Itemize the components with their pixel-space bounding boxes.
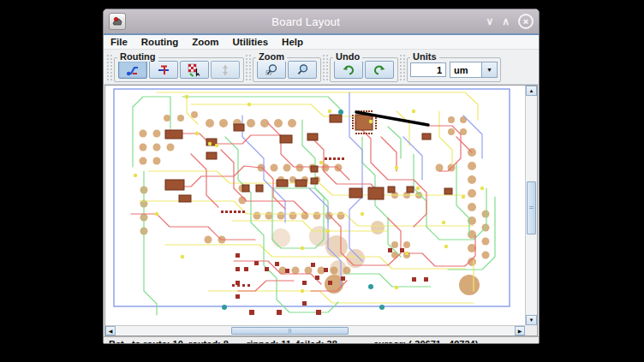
scroll-down-button[interactable]: ▼ xyxy=(526,315,537,325)
horizontal-scrollbar[interactable]: ◀ ▶ xyxy=(105,325,525,335)
interactive-route-icon xyxy=(126,63,140,77)
toolbar: Routing xyxy=(104,50,539,85)
toolbar-grip[interactable] xyxy=(322,54,328,81)
status-bar: Bat...to route: 10, routed: 8, ripped: 1… xyxy=(104,336,539,344)
routing-group-title: Routing xyxy=(117,51,158,62)
menu-utilities[interactable]: Utilities xyxy=(233,37,269,47)
status-ripped-text: ripped: 11, failed: 38 xyxy=(247,339,337,344)
zoom-region-button[interactable] xyxy=(257,61,286,79)
status-cursor-text: cursor: (-30671 , 49724) xyxy=(373,339,478,344)
board-layout-window: Board Layout ∨ ∧ × File Routing Zoom Uti… xyxy=(103,9,540,344)
fanout-icon xyxy=(157,63,170,77)
interactive-route-button[interactable] xyxy=(118,61,147,79)
autoroute-icon xyxy=(188,63,201,77)
routing-group: Routing xyxy=(114,57,244,82)
scroll-right-button[interactable]: ▶ xyxy=(515,326,525,335)
vertical-scrollbar[interactable]: ▲ ▼ xyxy=(525,86,537,325)
scroll-up-button[interactable]: ▲ xyxy=(526,86,537,96)
horizontal-scroll-thumb[interactable] xyxy=(231,327,349,335)
title-bar[interactable]: Board Layout ∨ ∧ × xyxy=(104,9,539,35)
pull-tight-icon xyxy=(218,63,232,77)
undo-group-title: Undo xyxy=(333,51,362,62)
scrollbar-corner xyxy=(525,325,537,335)
units-dropdown[interactable]: um ▼ xyxy=(450,62,498,78)
vertical-scroll-thumb[interactable] xyxy=(527,181,536,234)
units-dropdown-value: um xyxy=(450,62,481,77)
redo-button[interactable] xyxy=(365,61,394,79)
autoroute-button[interactable] xyxy=(180,61,209,79)
menu-help[interactable]: Help xyxy=(282,37,303,47)
pull-tight-button[interactable] xyxy=(211,61,240,79)
menu-file[interactable]: File xyxy=(110,37,128,47)
units-group: Units um ▼ xyxy=(407,57,501,82)
toolbar-grip[interactable] xyxy=(399,54,405,81)
fanout-button[interactable] xyxy=(149,61,178,79)
menu-bar: File Routing Zoom Utilities Help xyxy=(104,35,539,50)
app-icon xyxy=(109,13,126,30)
board-viewport: ▲ ▼ ◀ ▶ xyxy=(104,85,538,336)
menu-routing[interactable]: Routing xyxy=(141,37,178,47)
undo-icon xyxy=(342,63,355,77)
window-title: Board Layout xyxy=(126,15,486,28)
undo-group: Undo xyxy=(330,57,398,82)
menu-zoom[interactable]: Zoom xyxy=(192,37,218,47)
redo-icon xyxy=(373,63,386,77)
close-button[interactable]: × xyxy=(518,14,534,29)
chevron-down-icon[interactable]: ▼ xyxy=(481,62,497,77)
zoom-group-title: Zoom xyxy=(256,51,287,62)
board-svg xyxy=(105,86,518,325)
maximize-button[interactable]: ∧ xyxy=(502,16,510,27)
minimize-button[interactable]: ∨ xyxy=(486,16,493,27)
scroll-left-button[interactable]: ◀ xyxy=(105,326,116,335)
zoom-region-icon xyxy=(265,63,278,77)
zoom-frame-icon xyxy=(295,63,309,77)
units-group-title: Units xyxy=(410,51,439,62)
toolbar-grip[interactable] xyxy=(106,54,112,81)
app-icon-glyph xyxy=(111,15,123,27)
board-canvas[interactable] xyxy=(105,86,525,325)
toolbar-grip[interactable] xyxy=(245,54,251,81)
undo-button[interactable] xyxy=(334,61,363,79)
zoom-frame-button[interactable] xyxy=(288,61,317,79)
status-batch-text: Bat...to route: 10, routed: 8, xyxy=(109,339,231,344)
zoom-group: Zoom xyxy=(253,57,321,82)
desktop-background: Board Layout ∨ ∧ × File Routing Zoom Uti… xyxy=(0,0,644,362)
units-value-input[interactable] xyxy=(410,62,446,77)
